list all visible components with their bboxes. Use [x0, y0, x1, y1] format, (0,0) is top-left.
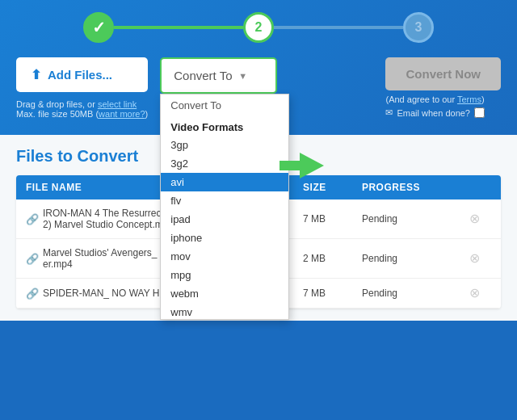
convert-to-button[interactable]: Convert To ▼	[160, 57, 277, 94]
step-3: 3	[403, 12, 434, 43]
add-files-button[interactable]: ⬆ Add Files...	[16, 57, 148, 92]
file-status: Pending	[352, 239, 460, 279]
format-wmv[interactable]: wmv	[161, 303, 288, 320]
remove-cell: ⊗	[460, 200, 501, 239]
format-iphone[interactable]: iphone	[161, 229, 288, 247]
steps-row: ✓ 2 3	[16, 12, 501, 43]
want-more-link[interactable]: want more?	[99, 109, 145, 119]
remove-button[interactable]: ⊗	[469, 212, 480, 225]
format-mov[interactable]: mov	[161, 247, 288, 266]
remove-button[interactable]: ⊗	[469, 251, 480, 265]
format-ipad[interactable]: ipad	[161, 210, 288, 229]
convert-section: Convert Now (And agree to our Terms) ✉ E…	[385, 57, 501, 118]
file-size: 7 MB	[293, 279, 352, 309]
dropdown-arrow-icon: ▼	[238, 71, 247, 81]
file-size: 7 MB	[293, 200, 352, 239]
format-dropdown: Convert To Video Formats 3gp 3g2 avi flv…	[160, 94, 289, 320]
arrow-indicator	[280, 153, 324, 182]
file-status: Pending	[352, 200, 460, 239]
format-webm[interactable]: webm	[161, 284, 288, 303]
file-icon: 🔗	[26, 213, 39, 225]
terms-link[interactable]: Terms	[457, 94, 481, 104]
add-files-section: ⬆ Add Files... Drag & drop files, or sel…	[16, 57, 148, 119]
format-3gp[interactable]: 3gp	[161, 136, 288, 154]
file-icon: 🔗	[26, 253, 39, 265]
format-avi[interactable]: avi	[161, 173, 288, 191]
step-line-1	[114, 26, 243, 29]
dropdown-header: Convert To	[161, 94, 288, 116]
remove-cell: ⊗	[460, 239, 501, 279]
step-2: 2	[243, 12, 274, 43]
checkmark-icon: ✓	[92, 18, 106, 37]
controls-row: ⬆ Add Files... Drag & drop files, or sel…	[16, 57, 501, 119]
step-line-2	[274, 26, 403, 29]
convert-now-button[interactable]: Convert Now	[385, 57, 501, 90]
step-1: ✓	[83, 12, 114, 43]
col-progress: PROGRESS	[352, 175, 460, 200]
svg-marker-0	[280, 153, 324, 178]
convert-to-wrapper: Convert To ▼ Convert To Video Formats 3g…	[160, 57, 277, 94]
email-icon: ✉	[385, 107, 393, 118]
video-formats-label: Video Formats	[161, 116, 288, 136]
upload-icon: ⬆	[31, 67, 41, 82]
format-3g2[interactable]: 3g2	[161, 154, 288, 173]
file-size: 2 MB	[293, 239, 352, 279]
remove-cell: ⊗	[460, 279, 501, 309]
email-row: ✉ Email when done?	[385, 107, 485, 118]
terms-info: (And agree to our Terms) ✉ Email when do…	[385, 94, 485, 118]
col-action	[460, 175, 501, 200]
terms-text: (And agree to our Terms)	[385, 94, 485, 104]
select-link[interactable]: select link	[98, 99, 137, 109]
format-flv[interactable]: flv	[161, 191, 288, 210]
email-checkbox[interactable]	[474, 107, 485, 118]
drag-drop-text: Drag & drop files, or select link Max. f…	[16, 99, 148, 119]
file-icon: 🔗	[26, 288, 39, 300]
remove-button[interactable]: ⊗	[469, 286, 480, 300]
file-status: Pending	[352, 279, 460, 309]
format-mpg[interactable]: mpg	[161, 266, 288, 284]
